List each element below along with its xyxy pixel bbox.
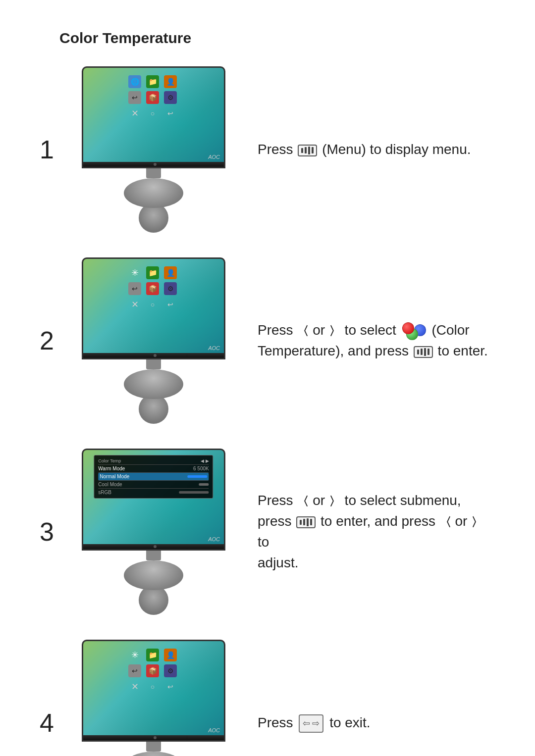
instruction-1: Press (Menu) to display menu. — [248, 139, 495, 160]
monitor-3: Color Temp◀ ▶ Warm Mode 6 500K Normal Mo… — [79, 449, 228, 615]
step-number-4: 4 — [40, 708, 59, 738]
monitor-dot-3 — [154, 545, 157, 548]
monitor-body-4: ✳ 📁 👤 ↩ 📦 ⚙ ✕ ○ ↩ AOC — [82, 640, 225, 742]
exit-arrow-right: ⇨ — [312, 717, 320, 730]
monitor-screen-2: ✳ 📁 👤 ↩ 📦 ⚙ ✕ ○ ↩ AOC — [83, 259, 224, 353]
icon-4-8: ○ — [146, 680, 159, 693]
to-label-3: to — [258, 534, 269, 550]
color-balls-icon — [402, 322, 426, 340]
icon-4-2: 📁 — [146, 649, 159, 661]
btn-bar-1d — [312, 147, 314, 153]
icon-2-1: ✳ — [128, 266, 141, 279]
icon-4-9: ↩ — [164, 680, 177, 693]
chevron-left-icon-3b: 〈 — [439, 513, 451, 531]
press-label-2: Press — [258, 322, 297, 338]
icon-4-3: 👤 — [164, 649, 177, 661]
chevron-right-icon-2: 〉 — [329, 322, 341, 340]
monitor-neck-2 — [146, 359, 161, 369]
monitor-body-2: ✳ 📁 👤 ↩ 📦 ⚙ ✕ ○ ↩ AOC — [82, 257, 225, 359]
or-label-3a: or — [313, 493, 325, 508]
step-number-1: 1 — [40, 135, 59, 164]
icon-2-9: ↩ — [164, 298, 177, 311]
step-row-2: 2 ✳ 📁 👤 ↩ 📦 ⚙ ✕ ○ ↩ AOC — [40, 257, 495, 424]
icon-4-1: ✳ — [128, 649, 141, 661]
monitor-bezel-3 — [83, 544, 225, 549]
btn-bar-3b — [303, 519, 305, 525]
menu-button-icon-3 — [296, 516, 316, 528]
submenu-row-2: Normal Mode — [98, 473, 209, 481]
icon-2-6: ⚙ — [164, 282, 177, 295]
monitor-brand-3: AOC — [208, 536, 220, 542]
enter-label-2: to enter. — [438, 343, 488, 358]
step-number-2: 2 — [40, 326, 59, 355]
monitor-1: 🌐 📁 👤 ↩ 📦 ⚙ ✕ ○ ↩ AOC — [79, 66, 228, 233]
icon-2: 📁 — [146, 75, 159, 88]
monitor-screen-1: 🌐 📁 👤 ↩ 📦 ⚙ ✕ ○ ↩ AOC — [83, 68, 224, 162]
or-label-3b: or — [455, 513, 468, 529]
btn-bar-2a — [417, 350, 419, 354]
menu-button-icon-2 — [414, 346, 433, 358]
desktop-icons-4: ✳ 📁 👤 ↩ 📦 ⚙ ✕ ○ ↩ — [128, 649, 179, 693]
desktop-icons-1: 🌐 📁 👤 ↩ 📦 ⚙ ✕ ○ ↩ — [128, 75, 179, 120]
icon-2-4: ↩ — [128, 282, 141, 295]
steps-container: 1 🌐 📁 👤 ↩ 📦 ⚙ ✕ ○ ↩ AOC — [40, 66, 495, 756]
btn-bar-1a — [301, 148, 303, 153]
monitor-brand-2: AOC — [208, 345, 220, 351]
monitor-stand-1 — [124, 178, 183, 208]
submenu-row-4: sRGB — [98, 489, 209, 496]
monitor-body-1: 🌐 📁 👤 ↩ 📦 ⚙ ✕ ○ ↩ AOC — [82, 66, 225, 168]
btn-bar-3c — [307, 518, 309, 526]
icon-2-3: 👤 — [164, 266, 177, 279]
icon-5: 📦 — [146, 91, 159, 104]
btn-bar-3d — [310, 519, 312, 525]
monitor-dot-1 — [154, 163, 157, 166]
monitor-stand-2 — [124, 369, 183, 399]
chevron-right-icon-3a: 〉 — [329, 493, 341, 510]
monitor-body-3: Color Temp◀ ▶ Warm Mode 6 500K Normal Mo… — [82, 449, 225, 551]
select-label-2: to select — [345, 322, 396, 338]
enter-text-3: to enter, and press — [321, 513, 435, 529]
btn-bar-2b — [421, 349, 423, 355]
monitor-stand-4 — [124, 752, 183, 756]
step-row-3: 3 Color Temp◀ ▶ Warm Mode 6 500K Normal … — [40, 449, 495, 615]
icon-2-2: 📁 — [146, 266, 159, 279]
icon-1: 🌐 — [128, 75, 141, 88]
ball-red — [402, 322, 414, 334]
monitor-neck-1 — [146, 168, 161, 178]
monitor-2: ✳ 📁 👤 ↩ 📦 ⚙ ✕ ○ ↩ AOC — [79, 257, 228, 424]
press-label-3: Press — [258, 493, 297, 508]
btn-bar-2c — [424, 348, 426, 356]
icon-4-6: ⚙ — [164, 664, 177, 677]
page-title: Color Temperature — [59, 30, 495, 47]
step-number-3: 3 — [40, 517, 59, 547]
monitor-brand-4: AOC — [208, 727, 220, 733]
icon-2-5: 📦 — [146, 282, 159, 295]
submenu-bar-3 — [199, 483, 209, 486]
icon-4: ↩ — [128, 91, 141, 104]
monitor-neck-4 — [146, 742, 161, 752]
monitor-4: ✳ 📁 👤 ↩ 📦 ⚙ ✕ ○ ↩ AOC — [79, 640, 228, 756]
submenu-row-3: Cool Mode — [98, 481, 209, 489]
icon-4-7: ✕ — [128, 680, 141, 693]
submenu-row-1: Warm Mode 6 500K — [98, 465, 209, 473]
step-row-1: 1 🌐 📁 👤 ↩ 📦 ⚙ ✕ ○ ↩ AOC — [40, 66, 495, 233]
icon-3: 👤 — [164, 75, 177, 88]
icon-8: ○ — [146, 107, 159, 120]
btn-bar-1c — [308, 147, 310, 154]
monitor-dot-4 — [154, 736, 157, 739]
desktop-icons-2: ✳ 📁 👤 ↩ 📦 ⚙ ✕ ○ ↩ — [128, 266, 179, 311]
step-row-4: 4 ✳ 📁 👤 ↩ 📦 ⚙ ✕ ○ ↩ AOC — [40, 640, 495, 756]
icon-9: ↩ — [164, 107, 177, 120]
press-label-4: Press — [258, 715, 297, 730]
chevron-right-icon-3b: 〉 — [471, 513, 483, 531]
exit-text-4: to exit. — [329, 715, 370, 730]
submenu-header: Color Temp◀ ▶ — [98, 457, 209, 465]
press-label-1: Press — [258, 142, 297, 157]
exit-button-icon: ⇦ ⇨ — [299, 714, 323, 733]
chevron-left-icon-2: 〈 — [297, 322, 309, 340]
icon-4-5: 📦 — [146, 664, 159, 677]
submenu-bar-4 — [179, 491, 209, 494]
monitor-neck-3 — [146, 551, 161, 560]
exit-arrow-left: ⇦ — [303, 717, 310, 730]
btn-bar-1b — [305, 147, 307, 153]
